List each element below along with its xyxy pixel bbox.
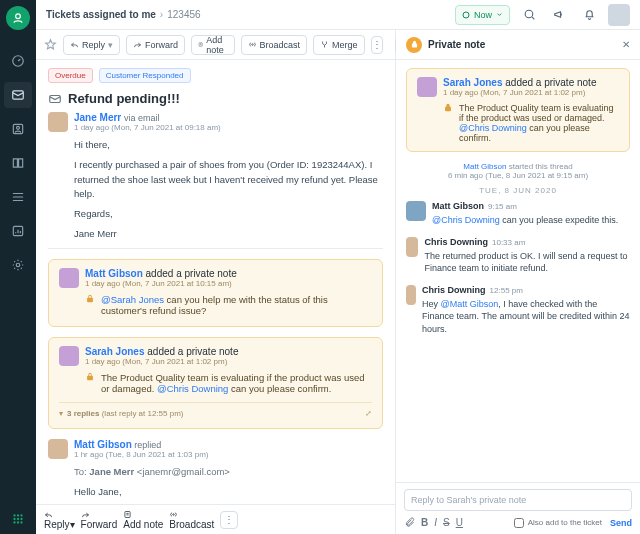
add-note-button[interactable]: Add note (191, 35, 235, 55)
nav-settings[interactable] (4, 252, 32, 278)
breadcrumb-section: Tickets assigned to me (46, 9, 156, 20)
nav-dashboard[interactable] (4, 48, 32, 74)
svg-point-14 (17, 521, 19, 523)
nav-solutions[interactable] (4, 150, 32, 176)
merge-button[interactable]: Merge (313, 35, 365, 55)
more-actions-icon[interactable]: ⋮ (220, 511, 238, 529)
thread-compose: Reply to Sarah's private note B I S U Al… (396, 482, 640, 534)
also-add-to-ticket-checkbox[interactable]: Also add to the ticket (514, 518, 602, 528)
note-author[interactable]: Sarah Jones (85, 346, 144, 357)
nav-contacts[interactable] (4, 116, 32, 142)
svg-point-19 (251, 44, 253, 46)
notification-icon[interactable] (578, 4, 600, 26)
mention[interactable]: @Chris Downing (157, 383, 228, 394)
reply-button[interactable]: Reply▾ (63, 35, 120, 55)
svg-point-12 (20, 518, 22, 520)
thread-reply: Matt Gibson9:15 am @Chris Downing can yo… (406, 201, 630, 227)
thread-parent-note: Sarah Jones added a private note 1 day a… (406, 68, 630, 152)
svg-point-11 (17, 518, 19, 520)
send-button[interactable]: Send (610, 518, 632, 528)
svg-point-17 (525, 10, 533, 18)
left-nav-rail (0, 0, 36, 534)
now-dropdown[interactable]: Now (455, 5, 510, 25)
ticket-toolbar: Reply▾ Forward Add note Broadcast Merge … (36, 30, 395, 60)
lock-icon (406, 37, 422, 53)
avatar (406, 285, 416, 305)
bold-icon[interactable]: B (421, 517, 428, 528)
italic-icon[interactable]: I (434, 517, 437, 528)
svg-point-7 (13, 514, 15, 516)
svg-point-24 (173, 513, 175, 515)
nav-layers[interactable] (4, 184, 32, 210)
mention[interactable]: @Sarah Jones (101, 294, 164, 305)
breadcrumb[interactable]: Tickets assigned to me › 123456 (46, 9, 201, 20)
thread-reply: Chris Downing12:55 pm Hey @Matt Gibson, … (406, 285, 630, 336)
private-note: Sarah Jones added a private note 1 day a… (48, 337, 383, 429)
svg-point-8 (17, 514, 19, 516)
avatar (59, 268, 79, 288)
star-icon[interactable] (44, 38, 57, 51)
thread-started-label: Matt Gibson started this thread6 min ago… (406, 162, 630, 180)
app-switcher-icon[interactable] (11, 512, 25, 526)
reply-button[interactable]: Reply▾ (44, 510, 75, 530)
forward-button[interactable]: Forward (126, 35, 185, 55)
thread-replies-summary[interactable]: ▾ 3 replies (last reply at 12:55 pm) ⤢ (59, 402, 372, 418)
avatar (59, 346, 79, 366)
svg-point-6 (16, 263, 20, 267)
add-note-button[interactable]: Add note (123, 510, 163, 530)
svg-point-0 (16, 14, 21, 19)
private-note: Matt Gibson added a private note 1 day a… (48, 259, 383, 327)
sender-name[interactable]: Jane Merr (74, 112, 121, 123)
tag-overdue: Overdue (48, 68, 93, 83)
attachment-icon[interactable] (404, 517, 415, 528)
sender-name[interactable]: Matt Gibson (74, 439, 132, 450)
panel-title: Private note (428, 39, 485, 50)
profile-avatar[interactable] (608, 4, 630, 26)
avatar (48, 439, 68, 459)
svg-point-13 (13, 521, 15, 523)
svg-point-15 (20, 521, 22, 523)
broadcast-button[interactable]: Broadcast (169, 510, 214, 530)
nav-reports[interactable] (4, 218, 32, 244)
chevron-down-icon: ▾ (59, 409, 63, 418)
date-separator: TUE, 8 JUN 2020 (406, 186, 630, 195)
customer-message: Jane Merr via email 1 day ago (Mon, 7 Ju… (48, 112, 383, 249)
agent-reply: Matt Gibson replied 1 hr ago (Tue, 8 Jun… (48, 439, 383, 505)
announce-icon[interactable] (548, 4, 570, 26)
underline-icon[interactable]: U (456, 517, 463, 528)
broadcast-button[interactable]: Broadcast (241, 35, 308, 55)
nav-inbox[interactable] (4, 82, 32, 108)
more-actions-icon[interactable]: ⋮ (371, 36, 383, 54)
bottom-action-bar: Reply▾ Forward Add note Broadcast ⋮ (36, 504, 395, 534)
ticket-subject: Refund pending!!! (68, 91, 180, 106)
svg-point-10 (13, 518, 15, 520)
note-author[interactable]: Matt Gibson (85, 268, 143, 279)
collapse-handle-icon[interactable]: ⤢ (365, 409, 372, 418)
lock-icon (85, 372, 95, 382)
avatar (406, 201, 426, 221)
svg-point-9 (20, 514, 22, 516)
reply-input[interactable]: Reply to Sarah's private note (404, 489, 632, 511)
search-icon[interactable] (518, 4, 540, 26)
avatar (406, 237, 418, 257)
lock-icon (85, 294, 95, 304)
lock-icon (443, 103, 453, 143)
avatar (48, 112, 68, 132)
svg-point-4 (17, 126, 20, 129)
breadcrumb-ticket-id: 123456 (167, 9, 200, 20)
top-bar: Tickets assigned to me › 123456 Now (36, 0, 640, 30)
tag-customer-responded: Customer Responded (99, 68, 191, 83)
now-label: Now (474, 10, 492, 20)
breadcrumb-separator: › (160, 9, 163, 20)
close-icon[interactable]: ✕ (622, 39, 630, 50)
avatar (417, 77, 437, 97)
forward-button[interactable]: Forward (81, 510, 118, 530)
timestamp: 1 day ago (Mon, 7 Jun 2021 at 09:18 am) (74, 123, 221, 132)
brand-logo[interactable] (6, 6, 30, 30)
envelope-icon (48, 92, 62, 106)
private-note-panel: Private note ✕ Sarah Jones added a priva… (396, 30, 640, 534)
svg-point-16 (463, 12, 469, 18)
thread-reply: Chris Downing10:33 am The returned produ… (406, 237, 630, 275)
strike-icon[interactable]: S (443, 517, 450, 528)
